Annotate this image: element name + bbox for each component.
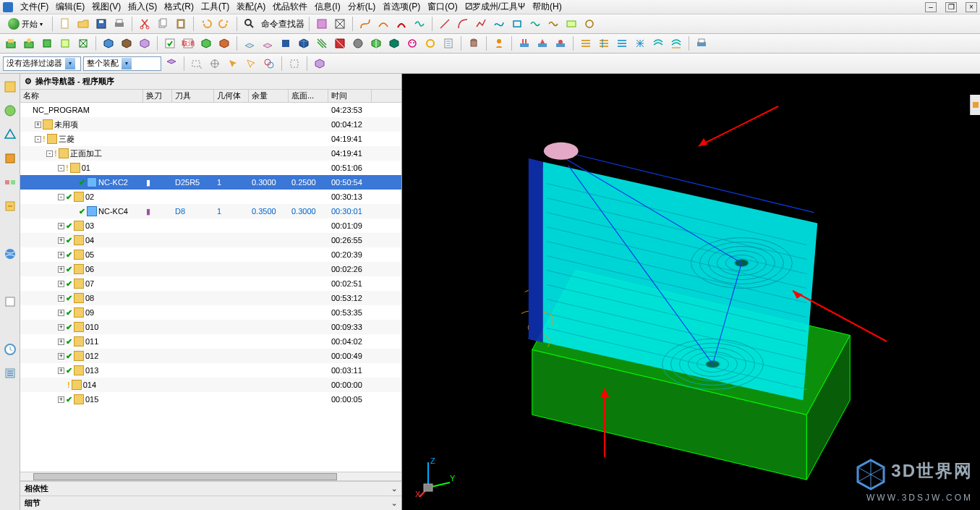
table-row[interactable]: +✔01300:03:11 [20,363,401,378]
menu-prefs[interactable]: 首选项(P) [383,1,420,13]
can-icon[interactable] [466,35,482,51]
redo-button[interactable] [216,16,232,32]
mill-3[interactable] [553,35,568,51]
strat-1[interactable] [578,35,594,51]
expander-icon[interactable]: + [58,353,64,360]
expander-icon[interactable]: + [58,237,64,244]
cam-op-2[interactable] [21,35,37,51]
strat-3[interactable] [614,35,630,51]
menu-luo[interactable]: ⚂罗成州/工具Ψ [465,1,525,13]
table-row[interactable]: +✔0700:02:51 [20,276,401,291]
ring-icon[interactable] [422,35,438,51]
expander-icon[interactable]: - [58,194,64,200]
curve-4[interactable] [412,16,427,32]
expander-icon[interactable]: + [35,122,41,128]
col-name[interactable]: 名称 [20,90,143,102]
minimize-button[interactable]: – [925,2,937,12]
sketch-tool-1[interactable] [563,16,579,32]
menu-file[interactable]: 文件(F) [20,1,48,13]
generate-button[interactable] [162,35,178,51]
polyline-tool[interactable] [473,16,489,32]
nav-part-icon[interactable] [3,151,17,166]
expander-icon[interactable]: + [58,324,64,331]
command-finder-button[interactable] [242,16,257,32]
table-row[interactable]: +✔0800:53:12 [20,291,401,305]
cam-op-5[interactable] [75,35,91,51]
sel-tool-1[interactable] [163,56,179,72]
tb1-a[interactable] [314,16,330,32]
line-tool[interactable] [437,16,453,32]
nav-operation-icon[interactable] [3,80,17,94]
nav-history-icon[interactable] [3,294,17,309]
wave-tool-1[interactable] [527,16,543,32]
nav-roles-icon[interactable] [3,366,17,381]
sel-tool-8[interactable] [312,56,328,72]
shade-1[interactable] [242,35,257,51]
col-bot[interactable]: 底面... [289,90,328,102]
mill-1[interactable] [516,35,532,51]
expander-icon[interactable]: + [58,339,64,345]
save-button[interactable] [93,16,109,32]
menu-format[interactable]: 格式(R) [164,1,194,13]
pig-icon[interactable] [404,35,420,51]
table-row[interactable]: -!三菱04:19:41 [20,132,401,146]
table-row[interactable]: -!0100:51:06 [20,161,401,175]
nav-clock-icon[interactable] [3,342,17,357]
table-row[interactable]: +✔0400:26:55 [20,233,401,247]
new-button[interactable] [57,16,73,32]
expander-icon[interactable]: + [58,310,64,316]
table-row[interactable]: +✔01100:04:02 [20,334,401,349]
scope-dropdown[interactable]: 整个装配 ▾ [83,56,161,71]
wave-tool-2[interactable] [545,16,561,32]
shade-6[interactable] [332,35,348,51]
cam-op-4[interactable] [57,35,73,51]
cam-op-1[interactable] [3,35,19,51]
close-button[interactable]: × [966,2,977,12]
expander-icon[interactable]: - [46,150,53,157]
strat-5[interactable] [650,35,666,51]
expander-icon[interactable]: + [58,396,64,403]
strat-2[interactable] [596,35,612,51]
menu-edit[interactable]: 编辑(E) [56,1,85,13]
expander-icon[interactable]: + [58,252,64,258]
menu-window[interactable]: 窗口(O) [427,1,457,13]
nav-constraint-icon[interactable] [3,199,17,213]
col-rem[interactable]: 余量 [249,90,289,102]
menu-tools[interactable]: 工具(T) [201,1,229,13]
sel-tool-6[interactable] [261,56,277,72]
menu-assembly[interactable]: 装配(A) [237,1,265,13]
restore-button[interactable]: ❐ [945,2,957,12]
strat-6[interactable] [668,35,684,51]
spline-tool[interactable] [491,16,507,32]
cancel-op-button[interactable]: 取消 [180,35,196,51]
shade-3[interactable] [278,35,294,51]
person-icon[interactable] [491,35,507,51]
cube-iso-2[interactable] [119,35,135,51]
table-row[interactable]: +✔0300:01:09 [20,218,401,233]
shade-2[interactable] [260,35,276,51]
tb1-b[interactable] [332,16,348,32]
nav-geometry-icon[interactable] [3,127,17,142]
expander-icon[interactable]: + [58,367,64,374]
table-row[interactable]: ✔NC-KC4▮D810.35000.300000:30:01 [20,204,401,218]
horizontal-scrollbar[interactable] [20,472,401,480]
cube-iso-3[interactable] [137,35,153,51]
sel-tool-4[interactable] [225,56,241,72]
post-button[interactable] [440,35,456,51]
print-button[interactable] [111,16,127,32]
sel-tool-3[interactable] [207,56,223,72]
strat-4[interactable] [632,35,648,51]
menu-insert[interactable]: 插入(S) [128,1,157,13]
mill-2[interactable] [534,35,550,51]
shade-5[interactable] [314,35,330,51]
printer-2-button[interactable] [694,35,710,51]
start-button[interactable]: 开始 ▾ [3,16,48,32]
nav-assembly-icon[interactable] [3,175,17,190]
table-row[interactable]: +✔01200:00:49 [20,349,401,363]
open-button[interactable] [75,16,91,32]
undo-button[interactable] [198,16,214,32]
expander-icon[interactable]: + [58,223,64,229]
table-row[interactable]: NC_PROGRAM04:23:53 [20,103,401,117]
nav-internet-icon[interactable] [3,247,17,261]
3d-viewport[interactable]: Z Y X 3D世界网 WWW.3DSJW.COM [402,74,980,510]
